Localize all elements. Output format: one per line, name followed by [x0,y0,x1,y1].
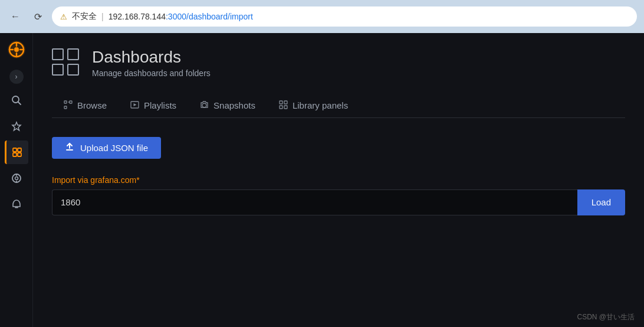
security-label: 不安全 [72,11,97,22]
svg-rect-13 [18,153,21,156]
browse-icon [64,100,73,111]
svg-rect-10 [13,148,17,152]
tabs-bar: Browse Playlists Snapsho [52,94,625,118]
svg-marker-9 [12,122,21,130]
svg-marker-24 [134,103,137,106]
svg-rect-29 [284,106,287,109]
page-title-group: Dashboards Manage dashboards and folders [92,47,211,78]
icon-square-1 [52,48,64,60]
icon-square-3 [52,64,64,76]
tab-browse-label: Browse [77,100,107,110]
snapshots-icon [200,100,209,111]
watermark: CSDN @甘い生活 [577,312,635,322]
tab-browse[interactable]: Browse [52,94,119,118]
upload-icon [65,143,74,152]
svg-rect-30 [66,149,73,151]
svg-point-15 [15,177,18,180]
tab-snapshots-label: Snapshots [213,100,255,110]
import-label: Import via grafana.com* [52,175,625,185]
svg-line-8 [18,102,21,105]
import-input[interactable] [52,189,577,215]
url-host: 192.168.78.144:3000/dashboard/import [109,12,253,21]
tab-playlists[interactable]: Playlists [119,94,188,118]
icon-square-4 [67,64,79,76]
svg-rect-11 [18,148,21,152]
browser-bar: ← ⟳ ⚠ 不安全 | 192.168.78.144:3000/dashboar… [0,0,644,33]
svg-rect-21 [70,101,72,103]
main-content: Dashboards Manage dashboards and folders… [33,33,644,327]
url-separator: | [101,12,104,21]
sidebar-item-starred[interactable] [5,115,28,138]
svg-rect-20 [64,106,67,109]
svg-rect-12 [13,153,17,156]
import-section: Import via grafana.com* Load [52,175,625,215]
upload-btn-label: Upload JSON file [80,143,148,153]
required-marker: * [136,175,139,185]
svg-rect-26 [280,101,282,104]
sidebar-item-explore[interactable] [5,166,28,190]
refresh-button[interactable]: ⟳ [29,8,46,25]
sidebar-item-dashboards[interactable] [5,140,28,164]
sidebar-item-search[interactable] [5,89,28,112]
load-button[interactable]: Load [577,189,625,215]
back-button[interactable]: ← [7,8,24,25]
tab-snapshots[interactable]: Snapshots [188,94,267,118]
page-header: Dashboards Manage dashboards and folders [52,47,625,78]
import-input-row: Load [52,189,625,215]
page-title: Dashboards [92,47,211,67]
svg-rect-27 [284,101,287,104]
address-bar[interactable]: ⚠ 不安全 | 192.168.78.144:3000/dashboard/im… [52,6,637,27]
icon-square-2 [67,48,79,60]
library-icon [279,100,288,111]
svg-point-25 [202,103,206,107]
app-logo[interactable] [5,38,28,61]
page-subtitle: Manage dashboards and folders [92,68,211,78]
tab-library-panels-label: Library panels [293,100,348,110]
svg-rect-19 [64,101,67,103]
upload-json-button[interactable]: Upload JSON file [52,137,161,159]
tab-playlists-label: Playlists [144,100,176,110]
sidebar-toggle[interactable]: › [9,70,24,84]
svg-rect-28 [280,106,282,109]
page-icon [52,48,80,77]
app-container: › [0,33,644,327]
sidebar-item-alerting[interactable] [5,192,28,216]
tab-library-panels[interactable]: Library panels [267,94,360,118]
sidebar: › [0,33,33,327]
svg-point-2 [14,47,19,52]
security-icon: ⚠ [60,12,67,21]
playlists-icon [130,100,139,111]
